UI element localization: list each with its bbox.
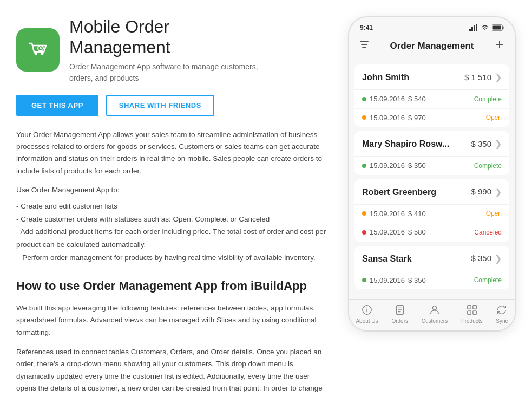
customer-group[interactable]: John Smith$ 1 510❯15.09.2016$ 540Complet… xyxy=(354,64,509,127)
how-to-heading: How to use Order Management App from iBu… xyxy=(16,277,326,295)
bottom-nav-item-orders[interactable]: Orders xyxy=(391,304,408,325)
order-left: 15.09.2016$ 350 xyxy=(362,275,426,286)
status-bar: 9:41 xyxy=(349,17,515,35)
customer-header[interactable]: Sansa Stark$ 350❯ xyxy=(354,246,509,271)
order-left: 15.09.2016$ 970 xyxy=(362,113,426,124)
status-dot xyxy=(362,278,366,282)
svg-rect-7 xyxy=(474,25,475,31)
right-column: 9:41 xyxy=(348,16,516,396)
customer-group[interactable]: Mary Shapiro Rosw...$ 350❯15.09.2016$ 35… xyxy=(354,131,509,175)
phone-mockup: 9:41 xyxy=(348,16,516,332)
customer-name: Robert Greenberg xyxy=(362,186,436,199)
button-row: GET THIS APP SHARE WITH FRIENDS xyxy=(16,95,326,116)
customer-header[interactable]: John Smith$ 1 510❯ xyxy=(354,64,509,90)
bullet-item-3: - Add additional product items for each … xyxy=(16,225,326,251)
customer-total: $ 350❯ xyxy=(471,138,502,151)
bottom-nav-label: Orders xyxy=(391,317,408,325)
customer-group[interactable]: Sansa Stark$ 350❯15.09.2016$ 350Complete xyxy=(354,246,509,290)
status-dot xyxy=(362,230,366,235)
page-wrapper: Mobile Order Management Order Management… xyxy=(0,0,532,396)
bullet-item-1: - Create and edit customer lists xyxy=(16,200,326,213)
customer-list: John Smith$ 1 510❯15.09.2016$ 540Complet… xyxy=(349,64,515,294)
app-icon xyxy=(16,28,60,72)
svg-rect-21 xyxy=(473,306,476,309)
total-amount: $ 1 510 xyxy=(464,72,491,84)
order-amount: $ 350 xyxy=(408,275,426,286)
svg-rect-6 xyxy=(471,27,473,31)
bottom-nav-label: About Us xyxy=(356,317,378,325)
customer-name: John Smith xyxy=(362,71,409,84)
left-column: Mobile Order Management Order Management… xyxy=(16,16,326,396)
order-amount: $ 970 xyxy=(408,113,426,124)
order-left: 15.09.2016$ 540 xyxy=(362,94,426,105)
svg-point-19 xyxy=(432,306,436,310)
chevron-right-icon[interactable]: ❯ xyxy=(495,252,502,265)
nav-title: Order Management xyxy=(390,39,474,53)
order-row[interactable]: 15.09.2016$ 580Canceled xyxy=(354,223,509,242)
customer-header[interactable]: Robert Greenberg$ 990❯ xyxy=(354,179,509,205)
order-amount: $ 410 xyxy=(408,209,426,219)
status-icons xyxy=(469,24,504,31)
order-row[interactable]: 15.09.2016$ 540Complete xyxy=(354,90,509,109)
order-left: 15.09.2016$ 580 xyxy=(362,227,426,238)
title-line1: Mobile Order xyxy=(69,17,169,36)
get-app-button[interactable]: GET THIS APP xyxy=(16,95,98,116)
plus-svg xyxy=(494,39,505,50)
bullet-list: - Create and edit customer lists - Creat… xyxy=(16,200,326,264)
status-dot xyxy=(362,164,366,168)
app-subtitle: Order Management App software to manage … xyxy=(69,61,264,84)
order-date: 15.09.2016 xyxy=(370,275,405,286)
bottom-nav-item-products[interactable]: Products xyxy=(461,304,482,325)
chevron-right-icon[interactable]: ❯ xyxy=(495,71,502,84)
battery-icon xyxy=(492,24,504,31)
signal-icon xyxy=(469,24,478,31)
order-row[interactable]: 15.09.2016$ 350Complete xyxy=(354,271,509,290)
svg-rect-11 xyxy=(493,26,501,30)
order-row[interactable]: 15.09.2016$ 350Complete xyxy=(354,157,509,175)
bullet-item-2: - Create customer orders with statuses s… xyxy=(16,213,326,226)
how-text-2-normal: References used to connect tables Custom… xyxy=(16,348,323,396)
order-date: 15.09.2016 xyxy=(370,160,405,171)
order-status: Complete xyxy=(474,275,502,285)
bottom-nav-item-about[interactable]: About Us xyxy=(356,304,378,325)
how-text-1: We built this app leveraging the followi… xyxy=(16,302,326,339)
bottom-nav: About UsOrdersCustomersProductsSync xyxy=(349,299,515,330)
order-status: Complete xyxy=(474,94,502,104)
order-status: Open xyxy=(486,113,502,122)
customer-header[interactable]: Mary Shapiro Rosw...$ 350❯ xyxy=(354,131,509,157)
bottom-nav-item-customers[interactable]: Customers xyxy=(422,304,448,325)
bottom-nav-item-sync[interactable]: Sync xyxy=(496,304,508,325)
order-status: Complete xyxy=(474,161,502,171)
description-paragraph: Your Order Management App allows your sa… xyxy=(16,129,326,177)
order-date: 15.09.2016 xyxy=(370,227,405,238)
app-title-block: Mobile Order Management Order Management… xyxy=(69,16,264,84)
order-amount: $ 540 xyxy=(408,94,426,105)
phone-nav-bar: Order Management xyxy=(349,35,515,60)
share-friends-button[interactable]: SHARE WITH FRIENDS xyxy=(106,95,214,116)
chevron-right-icon[interactable]: ❯ xyxy=(495,186,502,199)
order-row[interactable]: 15.09.2016$ 410Open xyxy=(354,205,509,224)
status-time: 9:41 xyxy=(360,23,373,33)
order-status: Open xyxy=(486,209,502,218)
filter-icon[interactable] xyxy=(359,38,370,54)
customer-group[interactable]: Robert Greenberg$ 990❯15.09.2016$ 410Ope… xyxy=(354,179,509,242)
status-dot xyxy=(362,211,366,216)
order-left: 15.09.2016$ 410 xyxy=(362,209,426,219)
order-amount: $ 580 xyxy=(408,227,426,238)
svg-rect-22 xyxy=(468,311,471,314)
order-status: Canceled xyxy=(474,228,502,237)
app-title: Mobile Order Management xyxy=(69,16,264,58)
svg-rect-23 xyxy=(473,311,476,314)
total-amount: $ 990 xyxy=(471,186,491,198)
customer-total: $ 990❯ xyxy=(471,186,502,199)
use-intro: Use Order Management App to: xyxy=(16,185,326,196)
chevron-right-icon[interactable]: ❯ xyxy=(495,138,502,151)
total-amount: $ 350 xyxy=(471,138,491,151)
app-header: Mobile Order Management Order Management… xyxy=(16,16,326,84)
bottom-nav-label: Customers xyxy=(422,317,448,325)
customer-total: $ 350❯ xyxy=(471,252,502,265)
order-row[interactable]: 15.09.2016$ 970Open xyxy=(354,109,509,127)
add-icon[interactable] xyxy=(494,38,505,54)
bullet-item-4: – Perform order management for products … xyxy=(16,251,326,264)
status-dot xyxy=(362,115,366,120)
